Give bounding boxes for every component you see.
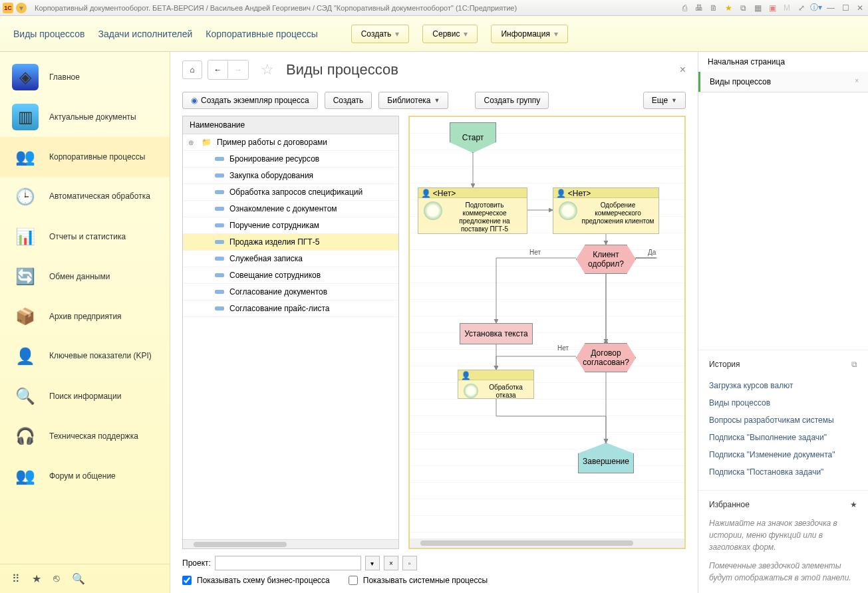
sidebar-item-archive[interactable]: 📦Архив предприятия <box>0 296 170 336</box>
tree-scrollbar[interactable] <box>183 539 398 548</box>
star-icon[interactable]: ★ <box>723 3 734 13</box>
create-instance-button[interactable]: ◉Создать экземпляр процесса <box>182 92 318 109</box>
right-panel: Начальная страница Виды процессов× Истор… <box>698 52 868 593</box>
node-task-3[interactable]: 👤 Обработка отказа <box>458 370 534 399</box>
sidebar-item-main[interactable]: ◈Главное <box>0 57 170 97</box>
home-button[interactable]: ⌂ <box>182 60 202 79</box>
forward-button[interactable]: → <box>228 60 248 79</box>
toolbar-link-1[interactable]: Задачи исполнителей <box>98 29 192 39</box>
tree-item[interactable]: Согласование прайс-листа <box>183 300 398 317</box>
history-link[interactable]: Подписка "Выполнение задачи" <box>709 429 857 446</box>
tree-item[interactable]: Обработка запросов спецификаций <box>183 184 398 201</box>
maximize-icon[interactable]: ☐ <box>840 3 851 13</box>
node-decision-1[interactable]: Клиент одобрил? <box>576 245 636 274</box>
node-task-2[interactable]: 👤 <Нет> Одобрение коммерческого предложе… <box>553 187 659 234</box>
history-link[interactable]: Виды процессов <box>709 394 857 412</box>
collapse-icon[interactable]: ⤢ <box>796 3 807 13</box>
history-icon[interactable]: ⎋ <box>53 572 60 585</box>
apps-icon[interactable]: ⠿ <box>12 572 20 585</box>
folder-icon: 📁 <box>202 138 212 147</box>
sidebar-item-forum[interactable]: 👥Форум и общение <box>0 456 170 496</box>
more-button[interactable]: Еще▼ <box>643 92 686 109</box>
close-window-icon[interactable]: ✕ <box>855 3 865 13</box>
back-button[interactable]: ← <box>208 60 228 79</box>
project-input[interactable] <box>215 556 361 570</box>
toolbar-service-button[interactable]: Сервис▾ <box>422 25 478 43</box>
tree-item[interactable]: Продажа изделия ПГТ-5 <box>183 234 398 251</box>
tree-item[interactable]: Закупка оборудования <box>183 168 398 184</box>
tree-item[interactable]: Совещание сотрудников <box>183 267 398 284</box>
node-start[interactable]: Старт <box>450 122 496 153</box>
diagram-scrollbar[interactable] <box>410 538 684 548</box>
item-icon <box>215 223 224 227</box>
tree-item[interactable]: Согласование документов <box>183 284 398 300</box>
sidebar-item-reports[interactable]: 📊Отчеты и статистика <box>0 217 170 257</box>
item-icon <box>215 190 224 194</box>
history-expand-icon[interactable]: ⧉ <box>851 360 857 369</box>
dropdown-icon[interactable]: ▾ <box>16 3 27 13</box>
tree-item[interactable]: Служебная записка <box>183 251 398 267</box>
toolbar-link-2[interactable]: Корпоративные процессы <box>206 29 317 39</box>
rp-tab-processes[interactable]: Виды процессов× <box>698 72 868 92</box>
titlebar: 1C ▾ Корпоративный документооборот. БЕТА… <box>0 0 868 16</box>
tree-folder[interactable]: ⊕ 📁 Пример работы с договорами <box>183 134 398 151</box>
history-link[interactable]: Вопросы разработчикам системы <box>709 412 857 429</box>
sidebar-item-kpi[interactable]: 👤Ключевые показатели (KPI) <box>0 336 170 376</box>
link-icon[interactable]: ⧉ <box>738 3 748 13</box>
tree-item[interactable]: Бронирование ресурсов <box>183 151 398 168</box>
main-toolbar: Виды процессов Задачи исполнителей Корпо… <box>0 16 868 52</box>
tree-header[interactable]: Наименование <box>183 116 398 134</box>
sidebar-item-processes[interactable]: 👥Корпоративные процессы <box>0 137 170 177</box>
page-title: Виды процессов <box>286 61 398 78</box>
close-page-icon[interactable]: × <box>680 64 686 76</box>
show-schema-checkbox[interactable]: Показывать схему бизнес-процесса <box>182 576 330 585</box>
create-button[interactable]: Создать <box>325 92 372 109</box>
library-button[interactable]: Библиотека▼ <box>378 92 448 109</box>
history-link[interactable]: Подписка "Постановка задачи" <box>709 463 857 481</box>
m-icon[interactable]: M <box>782 3 792 13</box>
calendar-icon[interactable]: ▣ <box>767 3 778 13</box>
minimize-icon[interactable]: — <box>825 3 836 13</box>
sidebar-item-search[interactable]: 🔍Поиск информации <box>0 376 170 416</box>
expand-icon[interactable]: ⊕ <box>188 139 196 146</box>
favorites-star-icon[interactable]: ★ <box>850 500 857 509</box>
project-open-button[interactable]: ▫ <box>402 556 417 570</box>
print-preview-icon[interactable]: ⎙ <box>679 3 690 13</box>
tree-item[interactable]: Ознакомление с документом <box>183 201 398 217</box>
show-system-checkbox[interactable]: Показывать системные процессы <box>349 576 488 585</box>
sidebar-item-support[interactable]: 🎧Техническая поддержка <box>0 416 170 456</box>
history-link[interactable]: Загрузка курсов валют <box>709 377 857 394</box>
tab-close-icon[interactable]: × <box>855 77 859 86</box>
node-box-1[interactable]: Установка текста <box>460 323 533 344</box>
process-diagram[interactable]: Старт 👤 <Нет> Подготовить коммерческое п… <box>408 116 686 549</box>
window-title: Корпоративный документооборот. БЕТА-ВЕРС… <box>35 4 517 12</box>
project-dropdown-button[interactable]: ▾ <box>365 556 380 570</box>
tree-item[interactable]: Поручение сотрудникам <box>183 217 398 234</box>
sidebar: ◈Главное ▥Актуальные документы 👥Корпорат… <box>0 52 170 593</box>
user-icon <box>559 201 577 220</box>
calc-icon[interactable]: ▦ <box>752 3 763 13</box>
search-bottom-icon[interactable]: 🔍 <box>72 572 85 585</box>
fav-icon[interactable]: ★ <box>32 572 41 585</box>
sidebar-item-auto[interactable]: 🕒Автоматическая обработка <box>0 177 170 217</box>
sidebar-item-docs[interactable]: ▥Актуальные документы <box>0 97 170 137</box>
node-end[interactable]: Завершение <box>578 443 634 473</box>
info-icon[interactable]: ⓘ▾ <box>811 3 821 13</box>
item-icon <box>215 207 224 211</box>
doc-icon[interactable]: 🗎 <box>708 3 719 13</box>
sidebar-item-exchange[interactable]: 🔄Обмен данными <box>0 257 170 296</box>
create-group-button[interactable]: Создать группу <box>475 92 549 109</box>
user-icon <box>464 384 478 398</box>
toolbar-create-button[interactable]: Создать▾ <box>351 25 410 43</box>
history-link[interactable]: Подписка "Изменение документа" <box>709 446 857 463</box>
node-task-1[interactable]: 👤 <Нет> Подготовить коммерческое предлож… <box>418 187 527 234</box>
toolbar-info-button[interactable]: Информация▾ <box>491 25 567 43</box>
edge-no-1: Нет <box>529 249 541 256</box>
print-icon[interactable]: 🖶 <box>694 3 704 13</box>
project-clear-button[interactable]: × <box>384 556 398 570</box>
favorite-star-icon[interactable]: ☆ <box>261 61 274 78</box>
node-decision-2[interactable]: Договор согласован? <box>576 343 636 372</box>
rp-tab-home[interactable]: Начальная страница <box>698 52 868 72</box>
toolbar-link-0[interactable]: Виды процессов <box>13 29 84 39</box>
item-icon <box>215 257 224 261</box>
